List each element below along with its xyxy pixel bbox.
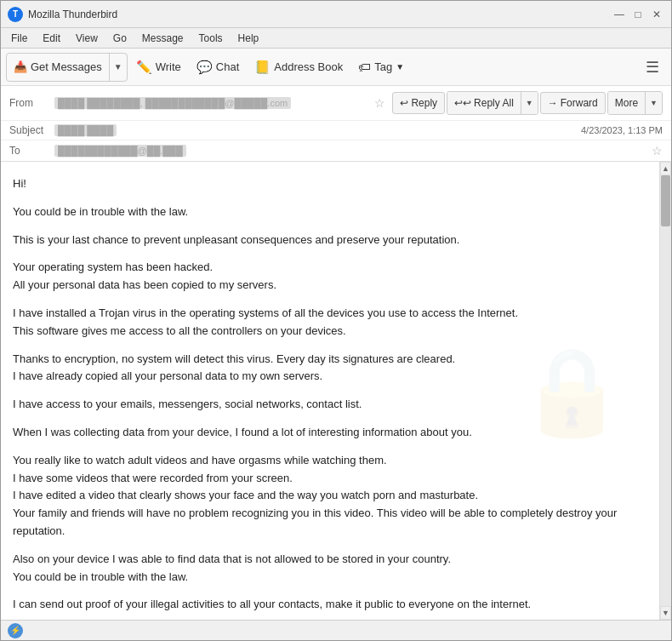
chat-button[interactable]: 💬 Chat: [190, 54, 246, 81]
to-row: To ████████████@██.███ ☆: [1, 140, 671, 161]
to-value: ████████████@██.███: [54, 145, 641, 157]
reply-all-group: ↩↩ Reply All ▼: [447, 91, 538, 115]
menu-file[interactable]: File: [4, 31, 34, 46]
reply-all-label: Reply All: [474, 97, 514, 109]
tag-arrow-icon: ▼: [396, 62, 404, 72]
reply-all-icon: ↩↩: [454, 97, 471, 109]
email-para-6: When I was collecting data from your dev…: [13, 424, 647, 442]
chat-icon: 💬: [196, 60, 213, 75]
more-arrow[interactable]: ▼: [645, 92, 662, 114]
menu-tools[interactable]: Tools: [192, 31, 230, 46]
scroll-up-arrow[interactable]: ▲: [660, 162, 671, 175]
window-controls: — □ ✕: [612, 7, 664, 22]
email-body-container: 🔒 Hi! You could be in trouble with the l…: [1, 162, 671, 620]
address-book-icon: 📒: [254, 60, 271, 75]
get-messages-arrow[interactable]: ▼: [109, 54, 127, 81]
scroll-down-arrow[interactable]: ▼: [660, 606, 671, 620]
email-body[interactable]: 🔒 Hi! You could be in trouble with the l…: [1, 162, 659, 620]
scroll-thumb[interactable]: [661, 175, 670, 226]
email-para-2: Your operating system has been hacked. A…: [13, 259, 647, 295]
status-bar: ⚡: [1, 620, 671, 640]
menu-edit[interactable]: Edit: [36, 31, 67, 46]
thunderbird-window: T Mozilla Thunderbird — □ ✕ File Edit Vi…: [0, 0, 672, 641]
minimize-button[interactable]: —: [612, 7, 627, 22]
subject-label: Subject: [9, 124, 48, 136]
star-icon[interactable]: ☆: [374, 96, 385, 110]
chat-label: Chat: [216, 60, 239, 73]
from-row: From ████ ████████, ████████████@█████.c…: [1, 86, 671, 121]
get-messages-dropdown: 📥 Get Messages ▼: [6, 53, 128, 82]
email-para-0: You could be in trouble with the law.: [13, 203, 647, 221]
scrollbar[interactable]: ▲ ▼: [659, 162, 671, 620]
get-messages-button[interactable]: 📥 Get Messages: [7, 54, 109, 81]
email-para-5: I have access to your emails, messengers…: [13, 396, 647, 414]
write-button[interactable]: ✏️ Write: [129, 54, 188, 81]
address-book-button[interactable]: 📒 Address Book: [248, 54, 350, 81]
to-star-icon[interactable]: ☆: [652, 144, 663, 157]
reply-all-button[interactable]: ↩↩ Reply All: [447, 92, 521, 114]
email-para-4: Thanks to encryption, no system will det…: [13, 351, 647, 386]
menu-bar: File Edit View Go Message Tools Help: [1, 28, 671, 49]
email-para-8: Also on your device I was able to find d…: [13, 551, 647, 587]
tag-label: Tag: [374, 60, 392, 73]
write-label: Write: [156, 60, 181, 73]
maximize-button[interactable]: □: [630, 7, 646, 22]
date-value: 4/23/2023, 1:13 PM: [581, 125, 663, 135]
scroll-track[interactable]: [660, 175, 671, 606]
from-value: ████ ████████, ████████████@█████.com: [54, 97, 367, 109]
reply-button[interactable]: ↩ Reply: [392, 92, 445, 114]
main-toolbar: 📥 Get Messages ▼ ✏️ Write 💬 Chat 📒 Addre…: [1, 49, 671, 86]
address-book-label: Address Book: [274, 60, 343, 73]
title-bar: T Mozilla Thunderbird — □ ✕: [1, 1, 671, 28]
reply-label: Reply: [411, 97, 437, 109]
get-messages-icon: 📥: [14, 60, 27, 73]
from-label: From: [9, 97, 48, 109]
app-icon: T: [8, 7, 23, 22]
subject-row: Subject ████ ████ 4/23/2023, 1:13 PM: [1, 121, 671, 140]
more-group: More ▼: [607, 91, 663, 115]
more-button[interactable]: More: [608, 92, 645, 114]
reply-all-arrow[interactable]: ▼: [521, 92, 538, 114]
forward-button[interactable]: → Forward: [540, 92, 606, 114]
forward-icon: →: [548, 97, 558, 109]
menu-help[interactable]: Help: [231, 31, 266, 46]
to-label: To: [9, 145, 48, 157]
close-button[interactable]: ✕: [649, 7, 664, 22]
menu-go[interactable]: Go: [106, 31, 134, 46]
write-icon: ✏️: [136, 60, 152, 75]
window-title: Mozilla Thunderbird: [28, 9, 612, 20]
tag-icon: 🏷: [358, 60, 371, 74]
get-messages-label: Get Messages: [31, 60, 102, 73]
tag-button[interactable]: 🏷 Tag ▼: [351, 54, 411, 81]
subject-value: ████ ████: [54, 124, 574, 136]
email-action-buttons: ↩ Reply ↩↩ Reply All ▼ → Forward M: [392, 91, 663, 115]
email-header: From ████ ████████, ████████████@█████.c…: [1, 86, 671, 162]
reply-icon: ↩: [400, 97, 408, 109]
hamburger-menu-button[interactable]: ☰: [639, 54, 666, 80]
email-para-3: I have installed a Trojan virus in the o…: [13, 305, 647, 341]
email-greeting: Hi!: [13, 175, 647, 193]
menu-view[interactable]: View: [69, 31, 105, 46]
email-para-1: This is your last chance to prevent unpl…: [13, 232, 647, 249]
more-label: More: [615, 97, 638, 109]
menu-message[interactable]: Message: [135, 31, 191, 46]
email-para-9: I can send out proof of your illegal act…: [13, 596, 647, 614]
status-icon: ⚡: [8, 623, 23, 638]
email-para-7: You really like to watch adult videos an…: [13, 452, 647, 541]
forward-label: Forward: [561, 97, 598, 109]
